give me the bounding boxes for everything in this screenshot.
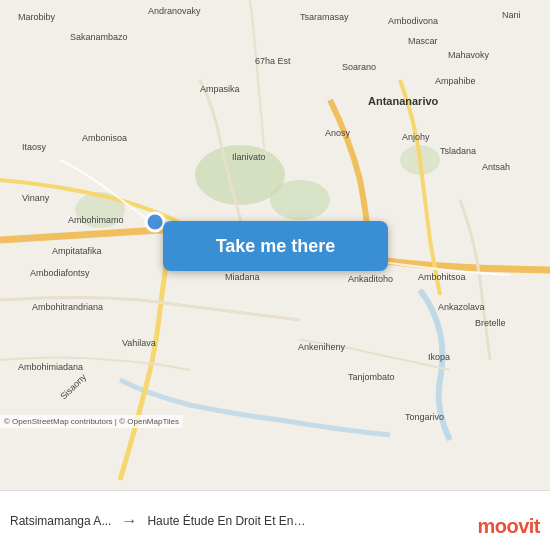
moovit-logo: moovit <box>477 515 540 538</box>
map-container: Marobiby Andranovaky Tsaramasay Ambodivo… <box>0 0 550 490</box>
route-from-name: Ratsimamanga A... <box>10 514 111 528</box>
route-info: Ratsimamanga A... → Haute Étude En Droit… <box>10 512 540 530</box>
take-me-there-button[interactable]: Take me there <box>163 221 388 271</box>
svg-point-2 <box>270 180 330 220</box>
moovit-logo-area: moovit <box>477 515 540 538</box>
route-to-name: Haute Étude En Droit Et En Ma... <box>147 514 307 528</box>
svg-point-5 <box>146 213 164 231</box>
map-attribution: © OpenStreetMap contributors | © OpenMap… <box>0 415 183 428</box>
route-arrow-icon: → <box>121 512 137 530</box>
route-from-item: Ratsimamanga A... <box>10 514 111 528</box>
route-to-item: Haute Étude En Droit Et En Ma... <box>147 514 307 528</box>
bottom-bar: Ratsimamanga A... → Haute Étude En Droit… <box>0 490 550 550</box>
